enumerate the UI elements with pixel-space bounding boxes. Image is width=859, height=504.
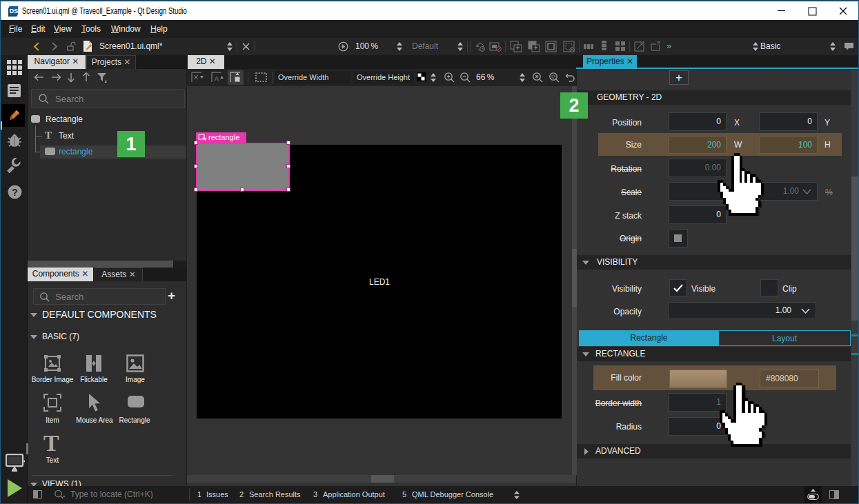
svg-text:A: A	[215, 75, 219, 82]
svg-text:?: ?	[12, 187, 18, 198]
svg-text:DS: DS	[10, 8, 19, 14]
